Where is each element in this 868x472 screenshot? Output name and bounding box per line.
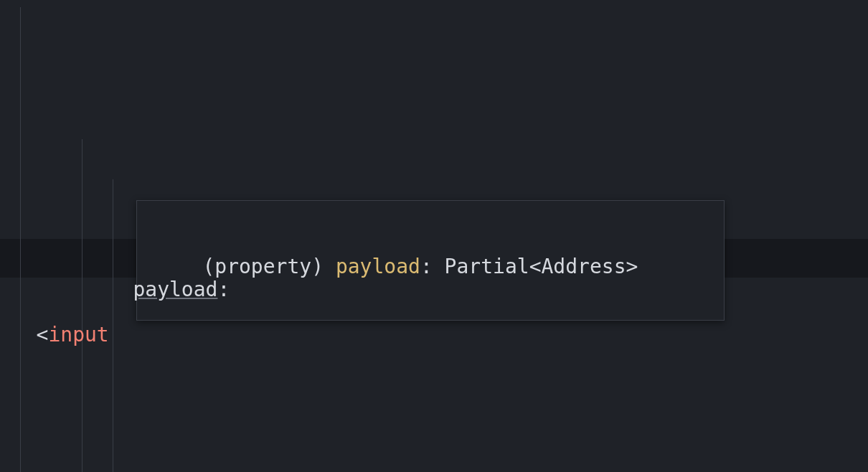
tooltip-name: payload: [336, 255, 420, 278]
code-line[interactable]: payload:: [0, 270, 230, 309]
property-key: payload: [133, 278, 217, 301]
tooltip-colon: :: [420, 255, 445, 278]
indent-guide: [20, 7, 21, 472]
jsx-tag-name: input: [48, 323, 108, 346]
tooltip-type-param: Address: [541, 255, 626, 278]
code-line[interactable]: <input: [0, 316, 868, 354]
tooltip-type: Partial: [445, 255, 529, 278]
tooltip-gt: >: [626, 255, 638, 278]
angle-bracket-open: <: [37, 323, 49, 346]
tooltip-lt: <: [529, 255, 542, 278]
code-editor[interactable]: <input type="text" value={state.address.…: [0, 0, 868, 472]
colon: :: [217, 278, 230, 301]
